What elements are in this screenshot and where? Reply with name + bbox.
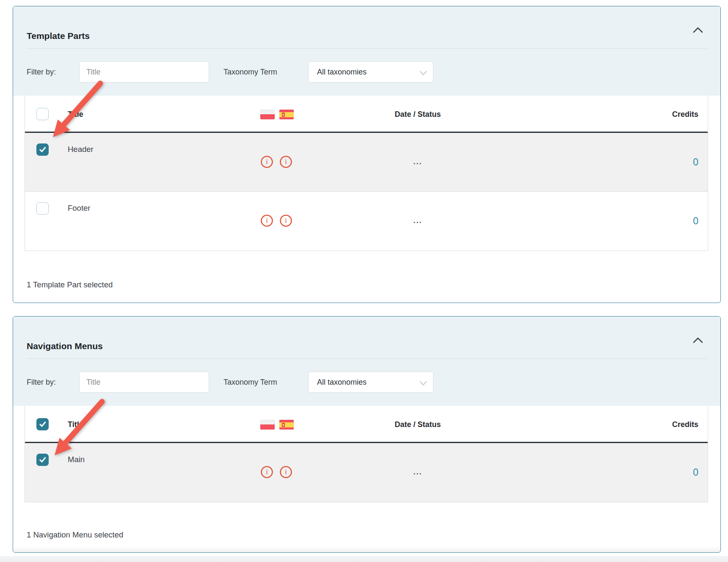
navigation-menus-title: Navigation Menus — [27, 340, 103, 353]
date-status-value: ... — [375, 468, 460, 477]
chevron-up-icon — [692, 27, 703, 35]
info-icon[interactable]: i — [260, 466, 273, 479]
navigation-menus-collapse-button[interactable] — [692, 336, 704, 345]
row-checkbox[interactable] — [36, 454, 49, 466]
table-row-main[interactable]: Main i i ... 0 — [25, 443, 708, 502]
template-parts-collapse-button[interactable] — [692, 26, 704, 35]
filter-by-label: Filter by: — [27, 61, 56, 83]
divider — [27, 48, 708, 49]
column-header-title: Title — [68, 96, 83, 133]
chevron-up-icon — [692, 337, 703, 345]
navigation-menus-panel: Navigation Menus Filter by: Taxonomy Ter… — [13, 316, 721, 553]
date-status-value: ... — [375, 216, 460, 225]
select-all-checkbox[interactable] — [36, 418, 49, 430]
spanish-flag-icon — [279, 110, 294, 119]
info-icon[interactable]: i — [279, 466, 292, 479]
row-title: Header — [68, 145, 94, 154]
date-status-value: ... — [375, 157, 460, 166]
title-filter-input[interactable] — [79, 372, 209, 393]
taxonomy-select-value: All taxonomies — [317, 68, 367, 77]
credits-value[interactable]: 0 — [693, 215, 698, 227]
selection-summary: 1 Navigation Menu selected — [27, 529, 123, 540]
wpml-translation-selection-page: Template Parts Filter by: Taxonomy Term … — [0, 0, 728, 562]
column-header-credits: Credits — [672, 96, 698, 133]
column-header-title: Title — [68, 406, 83, 443]
taxonomy-term-label: Taxonomy Term — [223, 61, 277, 83]
chevron-down-icon — [419, 379, 427, 388]
row-title: Main — [68, 455, 85, 464]
info-icon[interactable]: i — [279, 155, 292, 168]
navigation-menus-table: Title Date / Status Credits Main i i ...… — [25, 406, 708, 502]
taxonomy-select[interactable]: All taxonomies — [308, 61, 433, 83]
panel-bottom-shadow — [14, 546, 720, 552]
taxonomy-select-value: All taxonomies — [317, 378, 367, 387]
polish-flag-icon — [260, 420, 275, 430]
page-bottom-strip — [0, 556, 728, 562]
polish-flag-icon — [260, 110, 275, 119]
row-title: Footer — [68, 204, 90, 213]
selection-summary: 1 Template Part selected — [27, 279, 113, 290]
chevron-down-icon — [419, 69, 427, 78]
divider — [27, 358, 708, 359]
svg-text:i: i — [285, 217, 287, 225]
spanish-flag-icon — [279, 420, 294, 430]
svg-text:i: i — [266, 217, 268, 225]
row-checkbox[interactable] — [36, 202, 49, 215]
table-row-header[interactable]: Header i i ... 0 — [25, 133, 708, 192]
credits-value[interactable]: 0 — [693, 467, 698, 478]
title-filter-input[interactable] — [79, 61, 209, 83]
table-row-footer[interactable]: Footer i i ... 0 — [25, 192, 708, 251]
svg-text:i: i — [266, 468, 268, 476]
taxonomy-term-label: Taxonomy Term — [223, 372, 277, 393]
info-icon[interactable]: i — [260, 155, 273, 168]
select-all-checkbox[interactable] — [36, 108, 49, 120]
info-icon[interactable]: i — [260, 214, 273, 227]
table-header-row: Title Date / Status Credits — [25, 96, 708, 133]
row-checkbox[interactable] — [36, 143, 49, 156]
table-header-row: Title Date / Status Credits — [25, 406, 708, 443]
template-parts-title: Template Parts — [27, 30, 90, 42]
column-header-date-status: Date / Status — [375, 96, 460, 133]
svg-text:i: i — [266, 158, 268, 166]
filter-by-label: Filter by: — [27, 372, 56, 393]
column-header-date-status: Date / Status — [375, 406, 460, 443]
column-header-credits: Credits — [672, 406, 698, 443]
template-parts-panel: Template Parts Filter by: Taxonomy Term … — [13, 6, 721, 303]
credits-value[interactable]: 0 — [693, 157, 698, 168]
svg-text:i: i — [285, 158, 287, 166]
taxonomy-select[interactable]: All taxonomies — [308, 372, 433, 393]
template-parts-table: Title Date / Status Credits Header i i .… — [25, 96, 708, 251]
info-icon[interactable]: i — [279, 214, 292, 227]
svg-text:i: i — [285, 468, 287, 476]
